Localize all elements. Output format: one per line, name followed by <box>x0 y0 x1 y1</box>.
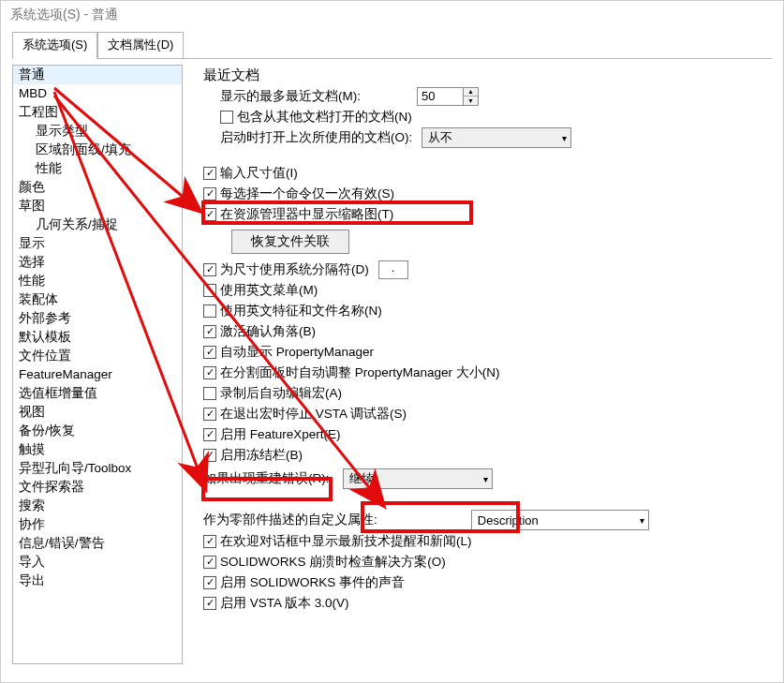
label-include-other-docs: 包含从其他文档打开的文档(N) <box>237 109 412 126</box>
tree-item[interactable]: 异型孔向导/Toolbox <box>13 459 182 478</box>
label-c11: 在退出宏时停止 VSTA 调试器(S) <box>220 406 407 423</box>
label-c3: 在资源管理器中显示缩略图(T) <box>220 206 393 223</box>
select-open-last[interactable]: 从不 ▾ <box>422 127 571 148</box>
button-restore-file-assoc[interactable]: 恢复文件关联 <box>231 230 349 254</box>
tree-item[interactable]: 工程图 <box>13 103 182 122</box>
tree-item[interactable]: 备份/恢复 <box>13 422 182 440</box>
label-c12: 启用 FeatureXpert(E) <box>220 426 341 443</box>
select-open-last-value: 从不 <box>428 129 452 146</box>
label-c10: 录制后自动编辑宏(A) <box>220 385 342 402</box>
checkbox-c9[interactable] <box>203 366 216 379</box>
checkbox-c15[interactable] <box>203 556 216 569</box>
tree-item[interactable]: 普通 <box>13 66 182 84</box>
label-c13: 启用冻结栏(B) <box>220 447 303 464</box>
tree-item[interactable]: 文件位置 <box>13 347 182 365</box>
chevron-down-icon: ▾ <box>640 515 644 526</box>
settings-panel: 最近文档 显示的最多最近文档(M): 50 ▲ ▼ 包含从其他文档打开的文档(N… <box>183 65 772 675</box>
checkbox-c17[interactable] <box>203 597 216 610</box>
checkbox-c16[interactable] <box>203 576 216 589</box>
checkbox-c14[interactable] <box>203 535 216 548</box>
tree-item[interactable]: 显示 <box>13 234 182 253</box>
window-title: 系统选项(S) - 普通 <box>1 1 783 29</box>
label-max-recent: 显示的最多最近文档(M): <box>220 88 361 105</box>
tree-item[interactable]: 默认模板 <box>13 328 182 347</box>
chevron-down-icon: ▾ <box>483 474 488 484</box>
tree-item[interactable]: 选值框增量值 <box>13 384 182 403</box>
tree-item[interactable]: 草图 <box>13 197 182 215</box>
checkbox-c12[interactable] <box>203 428 216 441</box>
tree-item[interactable]: 视图 <box>13 403 182 422</box>
checkbox-c11[interactable] <box>203 408 216 421</box>
tree-item[interactable]: 触摸 <box>13 440 182 459</box>
category-tree[interactable]: 普通MBD工程图显示类型区域剖面线/填充性能颜色草图几何关系/捕捉显示选择性能装… <box>12 65 183 664</box>
heading-recent-docs: 最近文档 <box>203 67 772 84</box>
tree-item[interactable]: 几何关系/捕捉 <box>13 215 182 234</box>
label-custom-property: 作为零部件描述的自定义属性: <box>203 512 377 528</box>
label-c9: 在分割面板时自动调整 PropertyManager 大小(N) <box>220 364 500 381</box>
label-c2: 每选择一个命令仅一次有效(S) <box>220 186 394 202</box>
label-c17: 启用 VSTA 版本 3.0(V) <box>220 595 349 612</box>
tree-item[interactable]: 颜色 <box>13 178 182 197</box>
tree-item[interactable]: 显示类型 <box>13 122 182 141</box>
label-c7: 激活确认角落(B) <box>220 323 316 340</box>
label-c15: SOLIDWORKS 崩溃时检查解决方案(O) <box>220 554 446 571</box>
checkbox-c10[interactable] <box>203 387 216 400</box>
checkbox-c8[interactable] <box>203 346 216 359</box>
input-decimal-separator[interactable]: . <box>378 260 408 279</box>
tree-item[interactable]: FeatureManager <box>13 365 182 384</box>
tree-item[interactable]: 性能 <box>13 272 182 290</box>
tree-item[interactable]: 装配体 <box>13 290 182 309</box>
tree-item[interactable]: 协作 <box>13 515 182 534</box>
checkbox-c13[interactable] <box>203 449 216 462</box>
checkbox-include-other-docs[interactable] <box>220 111 233 124</box>
checkbox-c3[interactable] <box>203 208 216 221</box>
checkbox-c7[interactable] <box>203 325 216 338</box>
label-c5: 使用英文菜单(M) <box>220 282 318 299</box>
spinner-max-recent[interactable]: ▲ ▼ <box>464 87 479 106</box>
tree-item[interactable]: 导入 <box>13 553 182 572</box>
label-c6: 使用英文特征和文件名称(N) <box>220 303 382 319</box>
tree-item[interactable]: 导出 <box>13 572 182 590</box>
tabs: 系统选项(S) 文档属性(D) <box>1 29 783 58</box>
triangle-up-icon[interactable]: ▲ <box>464 88 478 97</box>
select-custom-property-value: Description <box>478 513 539 527</box>
checkbox-system-separator[interactable] <box>203 263 216 276</box>
label-c8: 自动显示 PropertyManager <box>220 344 374 361</box>
tree-item[interactable]: 外部参考 <box>13 309 182 328</box>
triangle-down-icon[interactable]: ▼ <box>464 97 478 105</box>
tree-item[interactable]: 区域剖面线/填充 <box>13 141 182 159</box>
select-custom-property[interactable]: Description ▾ <box>471 510 649 530</box>
input-max-recent[interactable]: 50 <box>417 87 464 106</box>
select-rebuild-error[interactable]: 继续 ▾ <box>343 468 493 489</box>
chevron-down-icon: ▾ <box>562 133 567 143</box>
tab-system-options[interactable]: 系统选项(S) <box>12 32 97 59</box>
label-c16: 启用 SOLIDWORKS 事件的声音 <box>220 574 405 591</box>
label-system-separator: 为尺寸使用系统分隔符(D) <box>220 261 369 278</box>
tree-item[interactable]: 信息/错误/警告 <box>13 534 182 553</box>
tree-item[interactable]: 搜索 <box>13 497 182 515</box>
select-rebuild-error-value: 继续 <box>349 470 374 487</box>
checkbox-c6[interactable] <box>203 304 216 318</box>
checkbox-c1[interactable] <box>203 167 216 180</box>
label-rebuild-error: 如果出现重建错误(R): <box>203 470 330 487</box>
label-c1: 输入尺寸值(I) <box>220 165 298 182</box>
label-open-last: 启动时打开上次所使用的文档(O): <box>220 129 412 146</box>
checkbox-c5[interactable] <box>203 284 216 297</box>
tab-document-properties[interactable]: 文档属性(D) <box>97 32 184 59</box>
tree-item[interactable]: 性能 <box>13 159 182 178</box>
label-c14: 在欢迎对话框中显示最新技术提醒和新闻(L) <box>220 533 472 550</box>
tree-item[interactable]: MBD <box>13 84 182 103</box>
tree-item[interactable]: 选择 <box>13 253 182 272</box>
checkbox-c2[interactable] <box>203 187 216 200</box>
tree-item[interactable]: 文件探索器 <box>13 478 182 497</box>
